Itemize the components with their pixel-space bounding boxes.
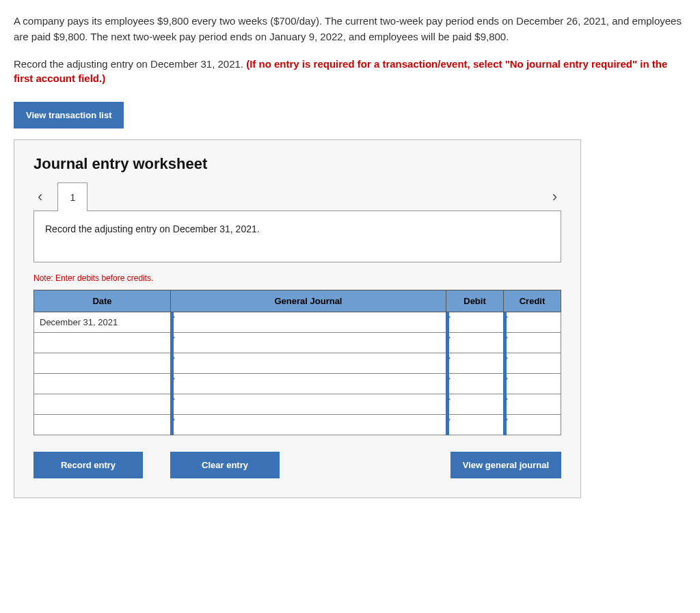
debit-cell[interactable] (446, 353, 504, 374)
general-journal-cell[interactable] (171, 415, 446, 435)
table-row (34, 394, 561, 415)
date-cell[interactable] (34, 353, 171, 374)
step-instruction-box: Record the adjusting entry on December 3… (33, 210, 561, 262)
journal-entry-table: Date General Journal Debit Credit Decemb… (33, 290, 561, 435)
problem-instruction: Record the adjusting entry on December 3… (14, 57, 686, 85)
table-row (34, 374, 561, 394)
credit-cell[interactable] (504, 374, 561, 394)
col-header-debit: Debit (446, 290, 504, 312)
next-entry-arrow-icon[interactable]: › (548, 188, 561, 206)
record-entry-button[interactable]: Record entry (33, 452, 143, 478)
credit-cell[interactable] (504, 353, 561, 374)
general-journal-cell[interactable] (171, 353, 446, 374)
debit-cell[interactable] (446, 333, 504, 353)
debit-cell[interactable] (446, 415, 504, 435)
date-cell[interactable] (34, 374, 171, 394)
col-header-credit: Credit (504, 290, 561, 312)
view-general-journal-button[interactable]: View general journal (450, 452, 561, 478)
col-header-date: Date (34, 290, 171, 312)
journal-worksheet-panel: Journal entry worksheet ‹ 1 › Record the… (14, 139, 581, 498)
credit-cell[interactable] (504, 312, 561, 333)
table-row (34, 353, 561, 374)
col-header-general-journal: General Journal (171, 290, 446, 312)
credit-cell[interactable] (504, 394, 561, 415)
table-row: December 31, 2021 (34, 312, 561, 333)
credit-cell[interactable] (504, 333, 561, 353)
table-row (34, 415, 561, 435)
worksheet-title: Journal entry worksheet (33, 155, 561, 173)
general-journal-cell[interactable] (171, 312, 446, 333)
date-cell[interactable] (34, 394, 171, 415)
general-journal-cell[interactable] (171, 394, 446, 415)
date-cell[interactable] (34, 333, 171, 353)
view-transaction-list-button[interactable]: View transaction list (14, 102, 124, 128)
instruction-plain: Record the adjusting entry on December 3… (14, 58, 246, 70)
debit-cell[interactable] (446, 394, 504, 415)
credit-cell[interactable] (504, 415, 561, 435)
debit-cell[interactable] (446, 374, 504, 394)
prev-entry-arrow-icon[interactable]: ‹ (33, 188, 46, 206)
date-cell[interactable] (34, 415, 171, 435)
table-row (34, 333, 561, 353)
debits-before-credits-note: Note: Enter debits before credits. (33, 273, 561, 283)
problem-paragraph: A company pays its employees $9,800 ever… (14, 14, 686, 44)
debit-cell[interactable] (446, 312, 504, 333)
general-journal-cell[interactable] (171, 333, 446, 353)
date-cell[interactable]: December 31, 2021 (34, 312, 171, 333)
general-journal-cell[interactable] (171, 374, 446, 394)
clear-entry-button[interactable]: Clear entry (170, 452, 280, 478)
entry-tab-1[interactable]: 1 (57, 182, 88, 211)
